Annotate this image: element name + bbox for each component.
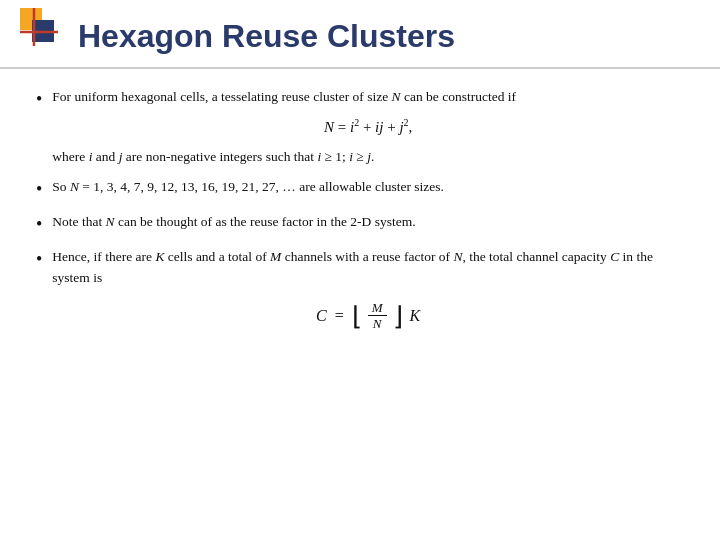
- fraction-MN: M N: [368, 300, 387, 332]
- math-N-1: N: [392, 89, 401, 104]
- bullet-dot-4: •: [36, 247, 42, 272]
- logo-icon: [20, 8, 58, 46]
- header: Hexagon Reuse Clusters: [0, 0, 720, 69]
- bullet-text-1: For uniform hexagonal cells, a tesselati…: [52, 87, 684, 167]
- bullet-text-4: Hence, if there are K cells and a total …: [52, 247, 684, 340]
- bullet-dot-1: •: [36, 87, 42, 112]
- bullet-text-2: So N = 1, 3, 4, 7, 9, 12, 13, 16, 19, 21…: [52, 177, 684, 197]
- bullet-item-2: • So N = 1, 3, 4, 7, 9, 12, 13, 16, 19, …: [36, 177, 684, 202]
- page-title: Hexagon Reuse Clusters: [78, 18, 455, 55]
- bullet-dot-3: •: [36, 212, 42, 237]
- formula-2: C = ⌊ M N ⌋ K: [52, 300, 684, 332]
- bullet-text-3: Note that N can be thought of as the reu…: [52, 212, 684, 232]
- bullet-dot-2: •: [36, 177, 42, 202]
- main-content: • For uniform hexagonal cells, a tessela…: [0, 69, 720, 362]
- bullet-item-1: • For uniform hexagonal cells, a tessela…: [36, 87, 684, 167]
- formula-1: N = i2 + ij + j2,: [52, 115, 684, 139]
- bullet-item-4: • Hence, if there are K cells and a tota…: [36, 247, 684, 340]
- bullet-item-3: • Note that N can be thought of as the r…: [36, 212, 684, 237]
